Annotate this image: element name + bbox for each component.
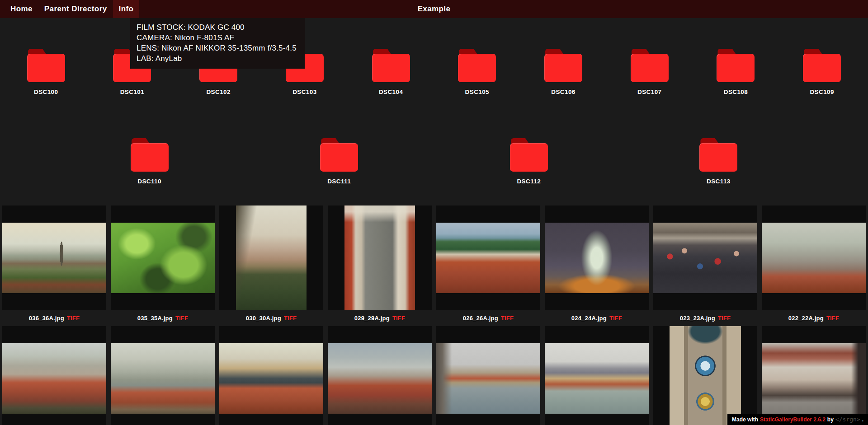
folder-item-dsc111[interactable]: DSC111 xyxy=(299,131,379,197)
photo-thumbnail[interactable] xyxy=(670,326,741,425)
folder-item-dsc113[interactable]: DSC113 xyxy=(678,131,759,197)
nav-item-home[interactable]: Home xyxy=(5,0,38,18)
nav-item-parent-directory[interactable]: Parent Directory xyxy=(38,0,113,18)
photo-card[interactable]: 023_23A.jpgTIFF xyxy=(653,205,757,326)
folder-icon xyxy=(699,138,737,172)
photo-tile xyxy=(762,326,866,425)
footer-dot: . xyxy=(862,416,863,423)
nav-item-info[interactable]: Info xyxy=(113,0,140,18)
photo-tile xyxy=(2,205,106,310)
format-badge: TIFF xyxy=(392,315,405,322)
photo-thumbnail[interactable] xyxy=(328,343,432,414)
photo-thumbnail[interactable] xyxy=(436,343,540,414)
photo-thumbnail[interactable] xyxy=(545,223,649,293)
info-line-lab: LAB: AnyLab xyxy=(137,53,297,64)
info-line-lens: LENS: Nikon AF NIKKOR 35-135mm f/3.5-4.5 xyxy=(137,43,297,53)
folder-label: DSC108 xyxy=(724,89,748,95)
folder-label: DSC112 xyxy=(517,178,541,185)
photo-filename: 026_26A.jpg xyxy=(463,315,498,322)
photo-tile xyxy=(762,205,866,310)
folder-icon xyxy=(803,49,841,82)
photo-filename: 023_23A.jpg xyxy=(680,315,715,322)
photo-thumbnail[interactable] xyxy=(653,223,757,293)
photo-thumbnail[interactable] xyxy=(2,343,106,414)
photo-card[interactable] xyxy=(762,326,866,425)
folder-item-dsc109[interactable]: DSC109 xyxy=(782,42,862,107)
photo-card[interactable]: 036_36A.jpgTIFF xyxy=(2,205,106,326)
folder-label: DSC100 xyxy=(34,89,58,95)
format-badge: TIFF xyxy=(284,315,297,322)
photo-card[interactable]: 030_30A.jpgTIFF xyxy=(219,205,323,326)
photo-filename: 029_29A.jpg xyxy=(354,315,390,322)
photo-label: 024_24A.jpgTIFF xyxy=(545,310,649,326)
thumbnail-grid: 036_36A.jpgTIFF 035_35A.jpgTIFF 030_30A.… xyxy=(2,205,866,425)
photo-filename: 035_35A.jpg xyxy=(137,315,173,322)
folder-item-dsc106[interactable]: DSC106 xyxy=(523,42,604,107)
photo-tile xyxy=(436,326,540,425)
photo-filename: 030_30A.jpg xyxy=(246,315,281,322)
photo-card[interactable]: 035_35A.jpgTIFF xyxy=(111,205,215,326)
folder-label: DSC104 xyxy=(379,89,403,95)
folder-label: DSC102 xyxy=(206,89,230,95)
photo-card[interactable] xyxy=(436,326,540,425)
photo-thumbnail[interactable] xyxy=(236,205,307,310)
photo-card[interactable] xyxy=(328,326,432,425)
photo-card[interactable]: 024_24A.jpgTIFF xyxy=(545,205,649,326)
photo-card[interactable] xyxy=(219,326,323,425)
format-badge: TIFF xyxy=(718,315,731,322)
photo-thumbnail[interactable] xyxy=(111,343,215,414)
folder-label: DSC107 xyxy=(637,89,661,95)
folder-icon xyxy=(27,49,65,82)
photo-card[interactable] xyxy=(653,326,757,425)
photo-tile xyxy=(2,326,106,425)
photo-thumbnail[interactable] xyxy=(219,343,323,414)
folder-item-dsc100[interactable]: DSC100 xyxy=(6,42,86,107)
photo-card[interactable]: 029_29A.jpgTIFF xyxy=(328,205,432,326)
footer-credit: Made with StaticGalleryBuilder 2.6.2 by … xyxy=(727,414,868,425)
photo-thumbnail[interactable] xyxy=(436,223,540,293)
folder-label: DSC113 xyxy=(707,178,731,185)
folder-icon xyxy=(458,49,496,82)
photo-label: 023_23A.jpgTIFF xyxy=(653,310,757,326)
folder-item-dsc110[interactable]: DSC110 xyxy=(109,131,190,197)
folder-item-dsc112[interactable]: DSC112 xyxy=(489,131,569,197)
photo-tile xyxy=(653,326,757,425)
photo-thumbnail[interactable] xyxy=(762,223,866,293)
photo-tile xyxy=(328,326,432,425)
info-line-camera: CAMERA: Nikon F-801S AF xyxy=(137,33,297,43)
photo-card[interactable] xyxy=(545,326,649,425)
info-line-film-stock: FILM STOCK: KODAK GC 400 xyxy=(137,22,297,33)
folder-label: DSC106 xyxy=(551,89,575,95)
photo-filename: 024_24A.jpg xyxy=(571,315,607,322)
photo-card[interactable] xyxy=(111,326,215,425)
photo-tile xyxy=(111,205,215,310)
photo-label: 022_22A.jpgTIFF xyxy=(762,310,866,326)
folder-label: DSC110 xyxy=(137,178,161,185)
folder-icon xyxy=(510,138,548,172)
photo-card[interactable]: 026_26A.jpgTIFF xyxy=(436,205,540,326)
folder-item-dsc108[interactable]: DSC108 xyxy=(695,42,776,107)
format-badge: TIFF xyxy=(826,315,839,322)
photo-label: 026_26A.jpgTIFF xyxy=(436,310,540,326)
format-badge: TIFF xyxy=(67,315,80,322)
photo-thumbnail[interactable] xyxy=(111,223,215,293)
photo-thumbnail[interactable] xyxy=(545,343,649,414)
gallery-builder-link[interactable]: StaticGalleryBuilder 2.6.2 xyxy=(760,416,826,423)
folder-item-dsc105[interactable]: DSC105 xyxy=(437,42,517,107)
photo-thumbnail[interactable] xyxy=(344,205,415,310)
srgn-logo[interactable]: </srgn> xyxy=(835,416,860,423)
folder-item-dsc104[interactable]: DSC104 xyxy=(351,42,431,107)
folder-icon xyxy=(717,49,755,82)
photo-card[interactable]: 022_22A.jpgTIFF xyxy=(762,205,866,326)
photo-tile xyxy=(328,205,432,310)
photo-tile xyxy=(436,205,540,310)
photo-thumbnail[interactable] xyxy=(762,343,866,414)
folder-item-dsc107[interactable]: DSC107 xyxy=(609,42,690,107)
photo-card[interactable] xyxy=(2,326,106,425)
footer-made-with: Made with xyxy=(732,416,758,423)
folder-label: DSC101 xyxy=(120,89,144,95)
folder-icon xyxy=(131,138,169,172)
folder-icon xyxy=(372,49,410,82)
photo-thumbnail[interactable] xyxy=(2,223,106,293)
format-badge: TIFF xyxy=(609,315,622,322)
